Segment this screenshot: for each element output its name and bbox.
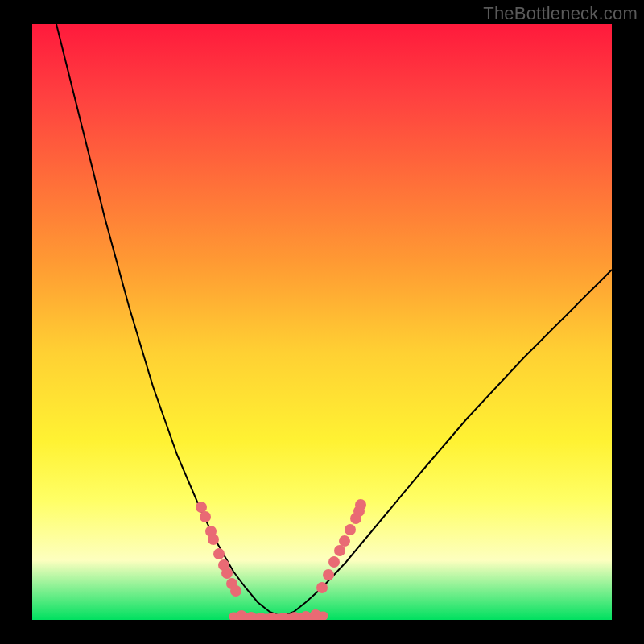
marker-point — [255, 613, 266, 620]
marker-point — [310, 609, 321, 620]
marker-point — [213, 548, 225, 559]
marker-point — [230, 585, 242, 597]
curve-lines — [56, 24, 612, 618]
marker-point — [208, 534, 219, 545]
marker-point — [323, 569, 334, 580]
marker-point — [221, 568, 233, 579]
marker-point — [196, 502, 207, 513]
series-left-curve — [56, 24, 282, 617]
marker-point — [236, 610, 247, 620]
marker-point — [200, 511, 211, 522]
marker-point — [334, 545, 345, 556]
chart-frame: TheBottleneck.com — [0, 0, 644, 644]
chart-svg — [32, 24, 612, 620]
marker-point — [300, 611, 312, 620]
marker-point — [355, 499, 366, 510]
marker-point — [345, 524, 356, 535]
watermark-text: TheBottleneck.com — [483, 3, 638, 24]
marker-point — [246, 612, 257, 620]
data-markers — [196, 499, 366, 620]
marker-point — [316, 582, 328, 593]
plot-area — [32, 24, 612, 620]
marker-point — [339, 535, 350, 547]
marker-point — [328, 556, 340, 568]
